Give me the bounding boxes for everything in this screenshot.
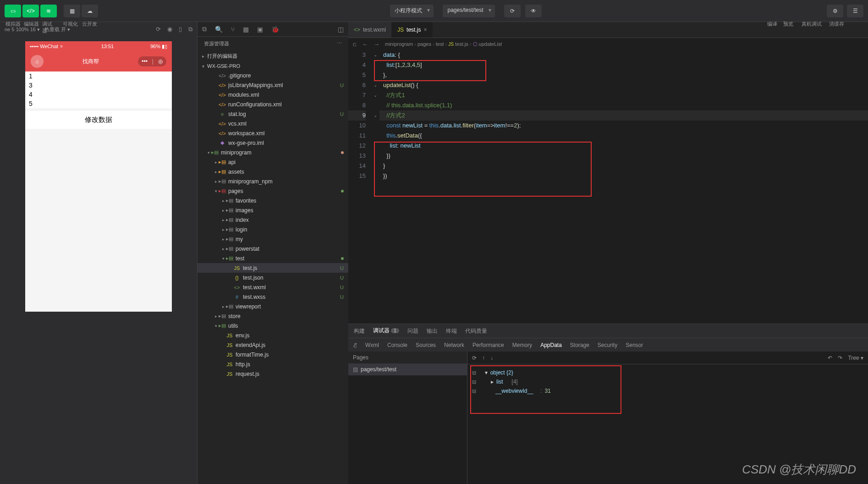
devtools-tab-Console[interactable]: Console (387, 342, 407, 348)
mode-dropdown[interactable]: 小程序模式 (390, 5, 434, 17)
copy-icon[interactable]: ⧉ (202, 25, 207, 33)
file-formatTime.js[interactable]: JSformatTime.js (198, 350, 348, 359)
stack-icon[interactable]: ☰ (847, 5, 863, 17)
file-jsLibraryMappings.xml[interactable]: </>jsLibraryMappings.xmlU (198, 80, 348, 90)
chevron-down-icon[interactable]: ▾ (485, 369, 488, 376)
page-item[interactable]: ▤pages/test/test (348, 363, 467, 375)
fold-icon[interactable] (371, 141, 379, 151)
code-line[interactable]: const newList = this.data.list.filter(it… (379, 121, 868, 131)
file-vcs.xml[interactable]: </>vcs.xml (198, 119, 348, 128)
folder-index[interactable]: ▸▸▤index (198, 215, 348, 225)
code-line[interactable]: }) (379, 151, 868, 161)
fold-icon[interactable] (371, 161, 379, 171)
simulator-toggle[interactable]: ▭ (5, 5, 21, 17)
folder-api[interactable]: ▸▸▤api (198, 157, 348, 167)
code-line[interactable]: this.setData({ (379, 131, 868, 141)
devtools-tab-Memory[interactable]: Memory (512, 342, 532, 348)
panel-tab-输出[interactable]: 输出 (427, 324, 438, 338)
down-icon[interactable]: ↓ (490, 355, 493, 361)
file-runConfigurations.xml[interactable]: </>runConfigurations.xml (198, 99, 348, 109)
folder-miniprogram[interactable]: ▾▸▤miniprogram (198, 148, 348, 157)
code-line[interactable]: list: newList (379, 141, 868, 151)
folder-viewreport[interactable]: ▸▸▤viewreport (198, 302, 348, 311)
devtools-tab-Network[interactable]: Network (444, 342, 464, 348)
file-test.wxml[interactable]: <>test.wxmlU (198, 282, 348, 292)
folder-assets[interactable]: ▸▸▤assets (198, 167, 348, 176)
devtools-tab-Sensor[interactable]: Sensor (626, 342, 643, 348)
breadcrumb-item[interactable]: pages (418, 41, 431, 47)
file-extendApi.js[interactable]: JSextendApi.js (198, 340, 348, 350)
file-workspace.xml[interactable]: </>workspace.xml (198, 128, 348, 138)
refresh-icon[interactable]: ⟳ (504, 5, 521, 17)
back-icon[interactable]: ← (362, 41, 368, 48)
redo-icon[interactable]: ↷ (838, 355, 842, 361)
panel-tab-终端[interactable]: 终端 (446, 324, 457, 338)
editor-toggle[interactable]: </> (22, 5, 39, 17)
breadcrumb-item[interactable]: miniprogram (385, 41, 413, 47)
project-section[interactable]: WX-GSE-PRO (198, 61, 348, 71)
cloud-toggle[interactable]: ☁ (82, 5, 98, 17)
more-icon[interactable]: ⋯ (337, 40, 342, 47)
folder-my[interactable]: ▸▸▤my (198, 234, 348, 244)
code-line[interactable]: }) (379, 171, 868, 181)
file-.gitignore[interactable]: </>.gitignore (198, 71, 348, 80)
undo-icon[interactable]: ↶ (828, 355, 832, 361)
file-test.js[interactable]: JStest.jsU (198, 263, 348, 273)
popup-icon[interactable]: ⧉ (188, 26, 192, 33)
row-icon[interactable]: ⊟ (472, 388, 476, 394)
fold-icon[interactable] (371, 60, 379, 70)
row-icon[interactable]: ⊟ (472, 370, 476, 376)
home-icon[interactable]: ⌂ (31, 55, 44, 68)
path-dropdown[interactable]: pages/test/test (443, 5, 494, 17)
up-icon[interactable]: ↑ (482, 355, 485, 361)
split-icon[interactable]: ◫ (338, 26, 344, 33)
list-key[interactable]: list (496, 379, 503, 385)
devtools-tab-Performance[interactable]: Performance (472, 342, 504, 348)
code-line[interactable]: data: { (379, 50, 868, 60)
breadcrumb-icon[interactable]: ⎌ (353, 41, 357, 48)
folder-miniprogram_npm[interactable]: ▸▸▤miniprogram_npm (198, 176, 348, 186)
folder-images[interactable]: ▸▸▤images (198, 205, 348, 215)
fold-icon[interactable]: ⌄ (371, 80, 379, 90)
target-icon[interactable]: ◎ (158, 58, 163, 65)
fold-icon[interactable]: ⌄ (371, 110, 379, 121)
data-root[interactable]: object {2} (490, 369, 513, 376)
breadcrumb-item[interactable]: test (436, 41, 444, 47)
tab-test.js[interactable]: JStest.js× (392, 22, 433, 38)
refresh-icon[interactable]: ⟳ (156, 26, 161, 33)
file-env.js[interactable]: JSenv.js (198, 330, 348, 340)
breadcrumb-item[interactable]: updateList (479, 41, 502, 47)
file-test.wxss[interactable]: #test.wxssU (198, 292, 348, 302)
file-modules.xml[interactable]: </>modules.xml (198, 90, 348, 99)
devtools-tab-Wxml[interactable]: Wxml (365, 342, 379, 348)
no-phone-icon[interactable]: ▯̸ (354, 342, 357, 348)
forward-icon[interactable]: → (374, 41, 379, 48)
folder-favorites[interactable]: ▸▸▤favorites (198, 196, 348, 205)
fold-icon[interactable] (371, 131, 379, 141)
fold-icon[interactable] (371, 70, 379, 80)
fold-icon[interactable] (371, 151, 379, 161)
file-test.json[interactable]: {}test.jsonU (198, 273, 348, 282)
folder-test[interactable]: ▾▸▤test (198, 253, 348, 263)
fold-icon[interactable] (371, 171, 379, 181)
row-icon[interactable]: ⊟ (472, 379, 476, 385)
folder-pages[interactable]: ▾▸▤pages (198, 186, 348, 196)
fold-icon[interactable] (371, 121, 379, 131)
tree-dropdown[interactable]: Tree ▾ (848, 355, 863, 361)
more-icon[interactable]: ••• (142, 58, 148, 65)
panel-tab-构建[interactable]: 构建 (354, 324, 365, 338)
devtools-tab-Sources[interactable]: Sources (416, 342, 436, 348)
breadcrumb-item[interactable]: test.js (455, 41, 468, 47)
phone-icon[interactable]: ▯ (179, 26, 182, 33)
fold-icon[interactable]: ⌄ (371, 50, 379, 60)
code-editor[interactable]: 3456789101112131415 ⌄⌄⌄⌄ data: { list:[1… (348, 50, 868, 324)
fold-icon[interactable]: ⌄ (371, 90, 379, 100)
record-icon[interactable]: ◉ (167, 26, 172, 33)
code-line[interactable]: // this.data.list.splice(1,1) (379, 100, 868, 110)
ext2-icon[interactable]: ▣ (257, 26, 263, 33)
code-line[interactable]: //方式1 (379, 90, 868, 100)
debugger-toggle[interactable]: ≋ (40, 5, 57, 17)
eye-icon[interactable]: 👁 (525, 5, 542, 17)
refresh-icon[interactable]: ⟳ (472, 355, 477, 361)
modify-button[interactable]: 修改数据 (25, 111, 172, 129)
